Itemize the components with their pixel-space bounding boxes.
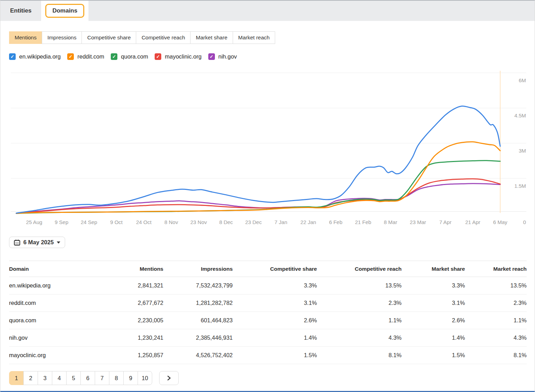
main-content: MentionsImpressionsCompetitive shareComp… — [0, 21, 535, 385]
y-axis-label: 4.5M — [514, 113, 526, 118]
impressions-cell: 7,532,423,799 — [163, 277, 233, 294]
metric-tab-mentions[interactable]: Mentions — [9, 31, 42, 44]
page-button-4[interactable]: 4 — [52, 371, 67, 385]
metric-tab-competitive-reach[interactable]: Competitive reach — [136, 31, 191, 44]
impressions-cell: 2,385,446,931 — [163, 329, 233, 347]
impressions-cell: 601,464,823 — [163, 312, 233, 329]
checked-checkbox-icon[interactable]: ✓ — [9, 53, 16, 60]
competitive-share-cell: 3.3% — [233, 277, 317, 294]
domain-cell[interactable]: reddit.com — [9, 294, 111, 312]
checked-checkbox-icon[interactable]: ✓ — [208, 53, 215, 60]
legend-item-quora.com[interactable]: ✓quora.com — [111, 53, 148, 60]
chart-legend: ✓en.wikipedia.org✓reddit.com✓quora.com✓m… — [9, 53, 526, 60]
mentions-cell: 1,250,857 — [111, 347, 163, 364]
column-header-competitive-share[interactable]: Competitive share — [233, 261, 317, 277]
tab-entities-label: Entities — [10, 7, 31, 14]
series-line-nih.gov — [16, 184, 500, 214]
table-row-nih.gov: nih.gov1,230,2412,385,446,9311.4%4.3%1.4… — [9, 329, 527, 347]
metric-tab-competitive-share[interactable]: Competitive share — [82, 31, 136, 44]
page-button-9[interactable]: 9 — [123, 371, 138, 385]
checked-checkbox-icon[interactable]: ✓ — [111, 53, 117, 60]
x-axis-tick-label: 6 Feb — [329, 219, 342, 225]
checked-checkbox-icon[interactable]: ✓ — [155, 53, 161, 60]
page-button-8[interactable]: 8 — [109, 371, 124, 385]
selected-date-label: 6 May 2025 — [23, 239, 54, 246]
column-header-mentions[interactable]: Mentions — [111, 261, 163, 277]
x-axis-tick-label: 24 Oct — [136, 219, 152, 225]
next-page-button[interactable] — [159, 371, 179, 385]
x-axis-tick-label: 22 Jan — [301, 219, 316, 225]
market-reach-cell: 1.1% — [465, 312, 527, 329]
table-header-row: DomainMentionsImpressionsCompetitive sha… — [9, 261, 527, 277]
market-share-cell: 1.4% — [402, 329, 465, 347]
x-axis-tick-label: 21 Apr — [465, 219, 480, 225]
table-row-quora.com: quora.com2,230,005601,464,8232.6%1.1%2.6… — [9, 312, 527, 329]
series-line-reddit.com — [16, 142, 500, 213]
x-axis-tick-label: 8 Dec — [219, 219, 233, 225]
domain-cell[interactable]: quora.com — [9, 312, 111, 329]
checked-checkbox-icon[interactable]: ✓ — [67, 53, 74, 60]
page-button-5[interactable]: 5 — [66, 371, 81, 385]
x-axis-tick-label: 24 Sep — [81, 219, 98, 225]
mentions-cell: 2,841,321 — [111, 277, 163, 294]
competitive-reach-cell: 2.3% — [317, 294, 402, 312]
x-axis-tick-label: 6 May — [493, 219, 507, 225]
legend-label: reddit.com — [77, 53, 104, 60]
x-axis-tick-label: 7 Jan — [274, 219, 287, 225]
tab-domains[interactable]: Domains — [41, 1, 88, 21]
column-header-domain[interactable]: Domain — [9, 261, 111, 277]
page-button-6[interactable]: 6 — [80, 371, 95, 385]
x-axis-tick-label: 9 Oct — [110, 219, 123, 225]
legend-label: mayoclinic.org — [165, 53, 201, 60]
column-header-impressions[interactable]: Impressions — [163, 261, 233, 277]
domain-cell[interactable]: mayoclinic.org — [9, 347, 111, 364]
column-header-market-reach[interactable]: Market reach — [465, 261, 527, 277]
date-picker-button[interactable]: 6 May 2025 — [9, 237, 65, 248]
market-reach-cell: 2.3% — [465, 294, 527, 312]
pagination: 12345678910 — [9, 371, 526, 385]
page-button-7[interactable]: 7 — [95, 371, 109, 385]
metric-tab-market-reach[interactable]: Market reach — [233, 31, 275, 44]
mentions-line-chart[interactable]: 6M4.5M3M1.5M025 Aug9 Sep24 Sep9 Oct24 Oc… — [9, 69, 527, 227]
legend-label: en.wikipedia.org — [19, 53, 61, 60]
competitive-share-cell: 2.6% — [233, 312, 317, 329]
table-row-mayoclinic.org: mayoclinic.org1,250,8574,526,752,4021.5%… — [9, 347, 527, 364]
x-axis-tick-label: 9 Sep — [55, 219, 68, 225]
legend-item-en.wikipedia.org[interactable]: ✓en.wikipedia.org — [9, 53, 61, 60]
domain-cell[interactable]: en.wikipedia.org — [9, 277, 111, 294]
chevron-right-icon — [166, 376, 171, 381]
x-axis-tick-label: 8 Mar — [384, 219, 397, 225]
page-button-10[interactable]: 10 — [138, 371, 152, 385]
mentions-cell: 2,677,672 — [111, 294, 163, 312]
domains-table: DomainMentionsImpressionsCompetitive sha… — [9, 261, 527, 364]
x-axis-tick-label: 23 Mar — [410, 219, 426, 225]
x-axis-tick-label: 7 Apr — [439, 219, 451, 225]
domain-cell[interactable]: nih.gov — [9, 329, 111, 347]
legend-label: quora.com — [121, 53, 148, 60]
market-reach-cell: 13.5% — [465, 277, 527, 294]
y-axis-label-zero: 0 — [523, 219, 526, 225]
legend-item-mayoclinic.org[interactable]: ✓mayoclinic.org — [155, 53, 201, 60]
page-button-1[interactable]: 1 — [9, 371, 24, 385]
market-share-cell: 3.1% — [402, 294, 465, 312]
column-header-market-share[interactable]: Market share — [402, 261, 465, 277]
column-header-competitive-reach[interactable]: Competitive reach — [317, 261, 402, 277]
table-row-en.wikipedia.org: en.wikipedia.org2,841,3217,532,423,7993.… — [9, 277, 527, 294]
legend-item-reddit.com[interactable]: ✓reddit.com — [67, 53, 104, 60]
page-button-2[interactable]: 2 — [23, 371, 38, 385]
metric-tab-impressions[interactable]: Impressions — [42, 31, 82, 44]
series-line-mayoclinic.org — [16, 179, 500, 213]
metric-tab-market-share[interactable]: Market share — [190, 31, 233, 44]
mentions-cell: 2,230,005 — [111, 312, 163, 329]
legend-item-nih.gov[interactable]: ✓nih.gov — [208, 53, 237, 60]
x-axis-tick-label: 25 Aug — [26, 219, 42, 225]
y-axis-label: 1.5M — [514, 183, 526, 189]
competitive-share-cell: 3.1% — [233, 294, 317, 312]
tab-entities[interactable]: Entities — [0, 1, 41, 21]
x-axis-tick-label: 8 Nov — [164, 219, 178, 225]
top-tab-bar: Entities Domains — [0, 0, 535, 21]
page-button-3[interactable]: 3 — [38, 371, 52, 385]
caret-down-icon — [57, 241, 60, 244]
competitive-share-cell: 1.5% — [233, 347, 317, 364]
market-reach-cell: 8.1% — [465, 347, 527, 364]
